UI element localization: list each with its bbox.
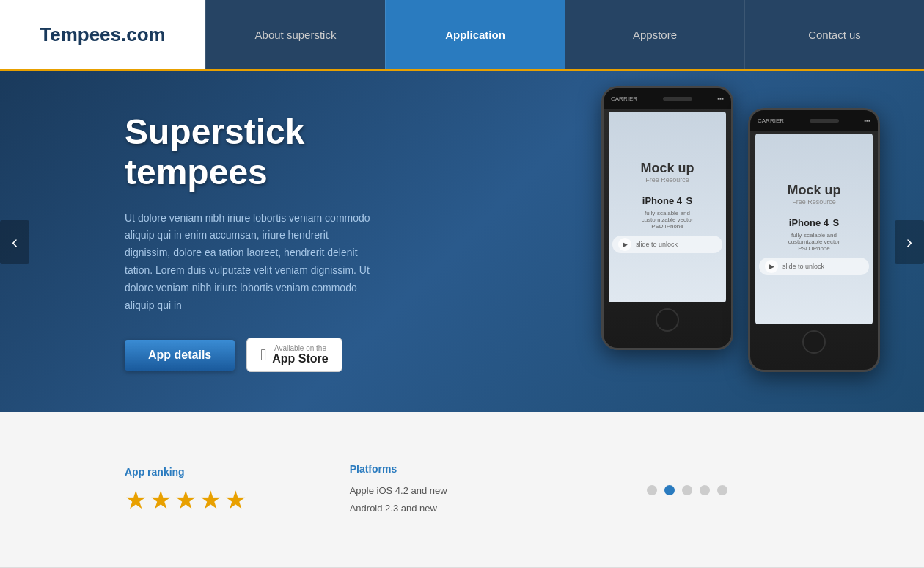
dot-2[interactable] bbox=[664, 485, 675, 495]
dot-3[interactable] bbox=[682, 485, 692, 495]
phone-speaker-1 bbox=[663, 97, 692, 101]
phones-area: CARRIER ▪▪▪ Mock up Free Resource iPhone… bbox=[601, 86, 880, 372]
hero-content: Superstick tempees Ut dolore veniam nibh… bbox=[0, 82, 499, 402]
carousel-dots bbox=[574, 485, 799, 495]
signal-2: ▪▪▪ bbox=[864, 117, 870, 124]
phone-screen-2: Mock up Free Resource iPhone 4 S fully-s… bbox=[755, 134, 873, 324]
nav: About superstick Application Appstore Co… bbox=[205, 0, 924, 69]
phone-speaker-2 bbox=[810, 119, 839, 123]
nav-item-application[interactable]: Application bbox=[385, 0, 565, 69]
platform-2: Android 2.3 and new bbox=[350, 500, 575, 517]
phone-mockup-1: CARRIER ▪▪▪ Mock up Free Resource iPhone… bbox=[601, 86, 733, 350]
star-2: ★ bbox=[150, 485, 172, 514]
unlock-arrow-1: ▶ bbox=[618, 238, 631, 251]
phone-model-1: iPhone 4 S bbox=[642, 191, 692, 207]
platforms-area: Platforms Apple iOS 4.2 and new Android … bbox=[350, 463, 575, 517]
dot-5[interactable] bbox=[717, 485, 727, 495]
phone-top-bar-1: CARRIER ▪▪▪ bbox=[604, 88, 731, 109]
phone-mockup-2: CARRIER ▪▪▪ Mock up Free Resource iPhone… bbox=[748, 108, 880, 372]
carousel-arrow-left[interactable]: ‹ bbox=[0, 220, 29, 264]
mockup-label-1: Mock up bbox=[640, 161, 694, 176]
phone-screen-1: Mock up Free Resource iPhone 4 S fully-s… bbox=[609, 112, 726, 302]
phone-model-2: iPhone 4 S bbox=[789, 213, 839, 229]
appstore-button[interactable]:  Available on the App Store bbox=[246, 338, 342, 372]
mockup-label-2: Mock up bbox=[787, 183, 840, 198]
dot-1[interactable] bbox=[647, 485, 657, 495]
phone-desc-2: fully-scalable and customizable vector P… bbox=[788, 232, 840, 252]
logo-area: Tempees.com bbox=[0, 0, 205, 69]
nav-item-contact[interactable]: Contact us bbox=[744, 0, 924, 69]
platforms-label: Platforms bbox=[350, 463, 575, 475]
appstore-text: Available on the App Store bbox=[272, 344, 328, 365]
free-resource-1: Free Resource bbox=[645, 176, 689, 183]
signal-1: ▪▪▪ bbox=[717, 95, 724, 102]
phone-desc-1: fully-scalable and customizable vector P… bbox=[642, 210, 694, 230]
appstore-icon:  bbox=[260, 346, 266, 365]
header: Tempees.com About superstick Application… bbox=[0, 0, 924, 71]
logo[interactable]: Tempees.com bbox=[40, 23, 165, 46]
phone-home-btn-1 bbox=[656, 308, 679, 332]
phone-top-bar-2: CARRIER ▪▪▪ bbox=[750, 110, 878, 131]
dot-4[interactable] bbox=[700, 485, 710, 495]
unlock-arrow-2: ▶ bbox=[765, 260, 778, 273]
hero-buttons: App details  Available on the App Store bbox=[125, 338, 374, 372]
ranking-label: App ranking bbox=[125, 466, 350, 478]
star-4: ★ bbox=[199, 485, 221, 514]
free-resource-2: Free Resource bbox=[792, 198, 836, 205]
app-details-button[interactable]: App details bbox=[125, 340, 235, 371]
unlock-bar-1: ▶ slide to unlock bbox=[612, 236, 722, 253]
star-3: ★ bbox=[175, 485, 197, 514]
hero-description: Ut dolore veniam nibh iriure lobortis ve… bbox=[125, 210, 374, 315]
unlock-bar-2: ▶ slide to unlock bbox=[759, 258, 869, 275]
info-section: App ranking ★ ★ ★ ★ ★ Platforms Apple iO… bbox=[0, 412, 924, 568]
carrier-label-1: CARRIER bbox=[611, 95, 637, 102]
star-1: ★ bbox=[125, 485, 147, 514]
nav-item-about[interactable]: About superstick bbox=[205, 0, 385, 69]
phone-home-btn-2 bbox=[802, 330, 826, 354]
stars-container: ★ ★ ★ ★ ★ bbox=[125, 485, 350, 514]
star-5: ★ bbox=[224, 485, 246, 514]
ranking-area: App ranking ★ ★ ★ ★ ★ bbox=[125, 466, 350, 514]
carousel-arrow-right[interactable]: › bbox=[895, 220, 924, 264]
nav-item-appstore[interactable]: Appstore bbox=[565, 0, 744, 69]
platform-1: Apple iOS 4.2 and new bbox=[350, 482, 575, 499]
hero-section: ‹ Superstick tempees Ut dolore veniam ni… bbox=[0, 71, 924, 412]
hero-title: Superstick tempees bbox=[125, 112, 374, 192]
carrier-label-2: CARRIER bbox=[758, 117, 784, 124]
